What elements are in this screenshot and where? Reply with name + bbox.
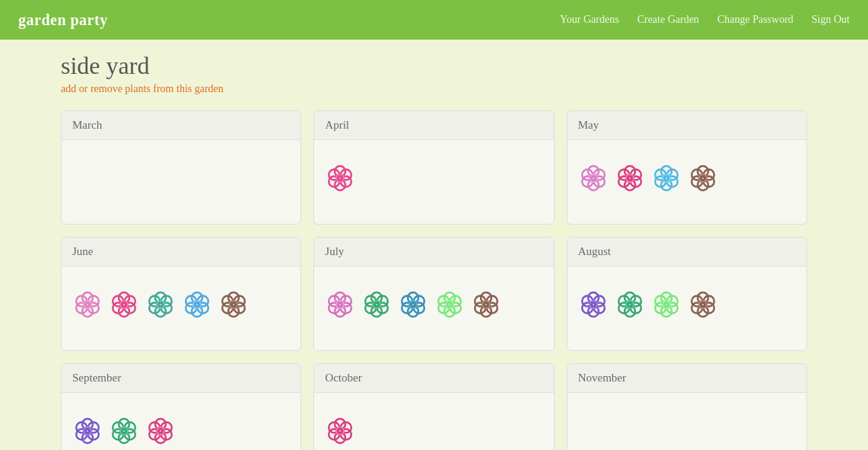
nav-link-change-password[interactable]: Change Password xyxy=(717,14,793,26)
month-grid: MarchApril May June July xyxy=(61,110,807,450)
month-card-march: March xyxy=(61,110,301,225)
flower-icon xyxy=(72,416,103,446)
flower-icon xyxy=(109,289,139,320)
month-flowers xyxy=(314,140,553,216)
month-flowers xyxy=(568,140,806,216)
month-card-september: September xyxy=(61,363,301,450)
flower-icon xyxy=(651,289,682,320)
flower-icon xyxy=(218,289,249,320)
month-label: July xyxy=(314,238,553,266)
garden-subtitle: add or remove plants from this garden xyxy=(61,83,807,95)
nav-link-create-garden[interactable]: Create Garden xyxy=(637,14,699,26)
month-card-june: June xyxy=(61,237,301,351)
month-flowers xyxy=(62,266,300,343)
month-label: September xyxy=(62,364,300,393)
main-nav: Your GardensCreate GardenChange Password… xyxy=(560,14,850,26)
flower-icon xyxy=(578,289,609,320)
flower-icon xyxy=(651,163,682,193)
month-flowers xyxy=(314,266,553,343)
flower-icon xyxy=(325,289,355,320)
main-content: side yard add or remove plants from this… xyxy=(0,40,868,450)
month-label: May xyxy=(568,111,806,140)
month-card-april: April xyxy=(313,110,554,225)
flower-icon xyxy=(398,289,428,320)
flower-icon xyxy=(688,163,718,193)
month-label: November xyxy=(568,364,806,393)
flower-icon xyxy=(434,289,465,320)
month-flowers xyxy=(62,393,300,450)
app-logo: garden party xyxy=(18,11,108,29)
flower-icon xyxy=(325,163,355,193)
flower-icon xyxy=(109,416,139,446)
month-card-november: November xyxy=(567,363,807,450)
month-card-august: August xyxy=(567,237,807,351)
flower-icon xyxy=(182,289,212,320)
flower-icon xyxy=(578,163,609,193)
month-label: March xyxy=(62,111,300,140)
month-flowers xyxy=(568,266,806,343)
month-card-october: October xyxy=(313,363,554,450)
month-label: August xyxy=(568,238,806,266)
month-label: April xyxy=(314,111,553,140)
month-card-july: July xyxy=(313,237,554,351)
nav-link-your-gardens[interactable]: Your Gardens xyxy=(560,14,619,26)
month-label: June xyxy=(62,238,300,266)
flower-icon xyxy=(615,289,645,320)
flower-icon xyxy=(72,289,103,320)
month-flowers xyxy=(62,140,300,216)
flower-icon xyxy=(688,289,718,320)
month-flowers xyxy=(568,393,806,450)
nav-link-sign-out[interactable]: Sign Out xyxy=(812,14,850,26)
flower-icon xyxy=(361,289,392,320)
app-header: garden party Your GardensCreate GardenCh… xyxy=(0,0,868,40)
flower-icon xyxy=(325,416,355,446)
month-label: October xyxy=(314,364,553,393)
month-card-may: May xyxy=(567,110,807,225)
flower-icon xyxy=(471,289,501,320)
garden-title: side yard xyxy=(61,52,807,80)
flower-icon xyxy=(615,163,645,193)
flower-icon xyxy=(145,416,176,446)
month-flowers xyxy=(314,393,553,450)
flower-icon xyxy=(145,289,176,320)
